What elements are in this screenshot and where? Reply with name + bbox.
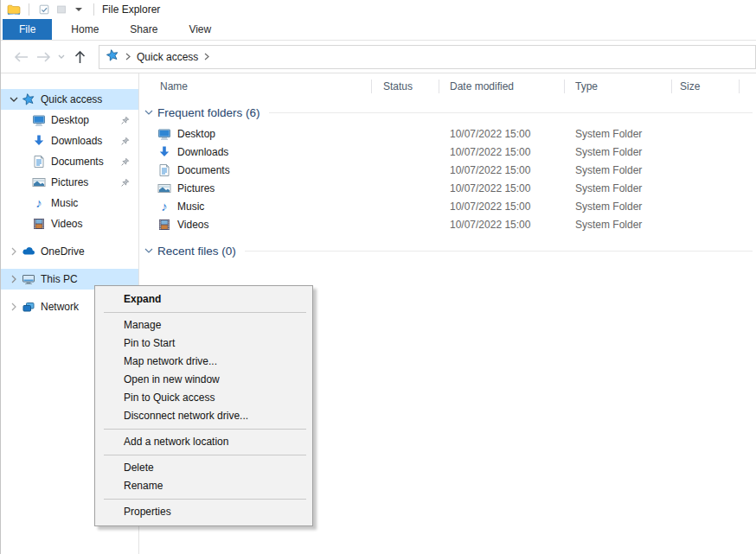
file-row-pictures[interactable]: Pictures 10/07/2022 15:00 System Folder xyxy=(139,179,756,197)
ribbon-tab-strip: File Home Share View xyxy=(1,19,756,41)
new-folder-icon[interactable] xyxy=(53,2,70,17)
sidebar-item-music[interactable]: ♪ Music xyxy=(1,193,138,213)
sidebar-item-label: Downloads xyxy=(51,135,102,147)
documents-folder-icon xyxy=(157,163,171,177)
back-arrow-icon[interactable] xyxy=(10,46,32,68)
tab-home[interactable]: Home xyxy=(59,19,111,40)
chevron-down-icon[interactable] xyxy=(6,97,22,103)
group-header-frequent-folders[interactable]: Frequent folders (6) xyxy=(144,104,756,121)
context-menu-separator xyxy=(104,429,306,430)
file-row-downloads[interactable]: Downloads 10/07/2022 15:00 System Folder xyxy=(139,143,756,161)
context-menu-item-pin-to-quick-access[interactable]: Pin to Quick access xyxy=(95,389,312,407)
tab-file[interactable]: File xyxy=(3,19,52,40)
column-header-row: Name Status Date modified Type Size xyxy=(139,73,756,99)
file-name: Downloads xyxy=(177,146,228,158)
chevron-right-icon[interactable] xyxy=(6,247,22,256)
qat-separator xyxy=(29,3,29,16)
sidebar-item-documents[interactable]: Documents xyxy=(1,151,138,172)
tab-view[interactable]: View xyxy=(176,19,223,40)
context-menu-item-manage[interactable]: Manage xyxy=(95,316,312,334)
chevron-down-icon[interactable] xyxy=(144,110,153,116)
group-title: Recent files (0) xyxy=(157,245,236,258)
chevron-down-icon[interactable] xyxy=(144,248,153,254)
file-name: Desktop xyxy=(177,128,215,140)
file-date-modified: 10/07/2022 15:00 xyxy=(439,164,565,176)
column-header-status[interactable]: Status xyxy=(372,73,439,99)
quick-access-star-icon xyxy=(22,92,35,106)
file-date-modified: 10/07/2022 15:00 xyxy=(439,128,565,140)
pictures-folder-icon xyxy=(32,175,46,189)
column-header-name[interactable]: Name xyxy=(139,73,372,99)
music-folder-icon: ♪ xyxy=(157,200,171,213)
file-type: System Folder xyxy=(565,146,672,158)
chevron-right-icon[interactable] xyxy=(6,302,22,311)
column-header-size[interactable]: Size xyxy=(672,73,740,99)
file-type: System Folder xyxy=(565,164,672,176)
sidebar-item-onedrive[interactable]: OneDrive xyxy=(1,241,138,262)
group-header-recent-files[interactable]: Recent files (0) xyxy=(144,242,756,259)
pin-icon xyxy=(120,177,131,188)
column-header-date-modified[interactable]: Date modified xyxy=(439,73,565,99)
chevron-right-icon[interactable] xyxy=(6,275,22,283)
documents-folder-icon xyxy=(32,155,46,169)
context-menu-item-delete[interactable]: Delete xyxy=(95,459,312,477)
file-name: Videos xyxy=(177,219,208,231)
properties-icon[interactable] xyxy=(35,2,53,17)
navigation-toolbar: Quick access xyxy=(1,41,756,73)
downloads-folder-icon xyxy=(157,145,171,159)
file-type: System Folder xyxy=(565,128,672,140)
file-type: System Folder xyxy=(565,182,672,194)
window-title: File Explorer xyxy=(102,3,160,16)
column-header-type[interactable]: Type xyxy=(565,73,672,99)
breadcrumb-item[interactable]: Quick access xyxy=(137,51,198,63)
pin-icon xyxy=(120,156,131,167)
file-row-music[interactable]: ♪Music 10/07/2022 15:00 System Folder xyxy=(139,197,756,215)
file-name: Pictures xyxy=(177,182,215,194)
file-row-videos[interactable]: Videos 10/07/2022 15:00 System Folder xyxy=(139,215,756,233)
videos-folder-icon xyxy=(157,218,171,232)
forward-arrow-icon[interactable] xyxy=(32,46,54,68)
file-row-documents[interactable]: Documents 10/07/2022 15:00 System Folder xyxy=(139,161,756,179)
sidebar-item-desktop[interactable]: Desktop xyxy=(1,110,138,131)
context-menu-item-disconnect-network-drive[interactable]: Disconnect network drive... xyxy=(95,407,312,425)
context-menu-item-add-a-network-location[interactable]: Add a network location xyxy=(95,433,312,451)
tab-share[interactable]: Share xyxy=(118,19,170,40)
customize-quick-access-chevron-icon[interactable] xyxy=(70,2,87,17)
file-explorer-logo-icon xyxy=(5,2,22,17)
group-divider-line xyxy=(245,251,753,252)
sidebar-item-label: Documents xyxy=(51,156,104,168)
sidebar-item-downloads[interactable]: Downloads xyxy=(1,131,138,151)
context-menu-item-pin-to-start[interactable]: Pin to Start xyxy=(95,334,312,353)
file-name: Documents xyxy=(177,164,230,176)
group-title: Frequent folders (6) xyxy=(157,106,260,119)
this-pc-monitor-icon xyxy=(22,272,35,286)
context-menu-item-map-network-drive[interactable]: Map network drive... xyxy=(95,353,312,371)
recent-locations-chevron-icon[interactable] xyxy=(54,46,68,68)
pictures-folder-icon xyxy=(157,181,171,195)
up-arrow-icon[interactable] xyxy=(68,46,91,68)
sidebar-item-label: Videos xyxy=(51,218,82,230)
sidebar-item-pictures[interactable]: Pictures xyxy=(1,172,138,193)
file-row-desktop[interactable]: Desktop 10/07/2022 15:00 System Folder xyxy=(139,124,756,143)
pin-icon xyxy=(120,115,131,125)
sidebar-item-label: Network xyxy=(41,301,79,313)
context-menu-item-open-in-new-window[interactable]: Open in new window xyxy=(95,371,312,389)
context-menu-item-rename[interactable]: Rename xyxy=(95,477,312,495)
network-computers-icon xyxy=(22,300,35,314)
address-bar[interactable]: Quick access xyxy=(99,45,756,69)
sidebar-item-quick-access[interactable]: Quick access xyxy=(1,89,138,110)
breadcrumb-chevron-icon xyxy=(125,53,131,60)
sidebar-item-videos[interactable]: Videos xyxy=(1,213,138,234)
context-menu-item-properties[interactable]: Properties xyxy=(95,503,312,521)
sidebar-item-label: Quick access xyxy=(41,93,102,105)
qat-separator xyxy=(93,3,94,16)
downloads-folder-icon xyxy=(32,134,46,148)
file-explorer-window: File Explorer File Home Share View Quic xyxy=(0,0,756,554)
music-folder-icon: ♪ xyxy=(32,196,46,210)
file-date-modified: 10/07/2022 15:00 xyxy=(439,146,565,158)
context-menu-item-expand[interactable]: Expand xyxy=(95,290,312,309)
sidebar-item-label: Music xyxy=(51,197,78,209)
file-date-modified: 10/07/2022 15:00 xyxy=(439,219,565,231)
pin-icon xyxy=(120,136,131,146)
breadcrumb-chevron-icon[interactable] xyxy=(204,53,209,60)
